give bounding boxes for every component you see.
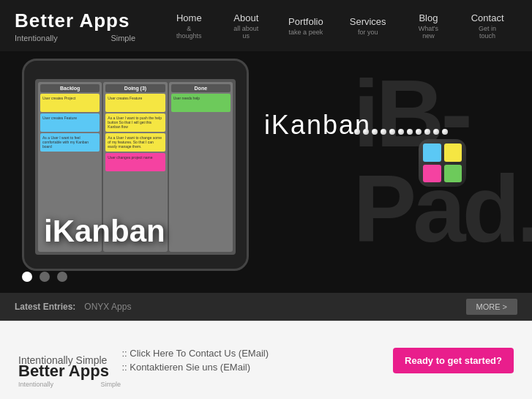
- pearl-dot: [442, 129, 448, 135]
- nav-sub: Get in touch: [471, 25, 504, 40]
- ikanban-label: iKanban: [264, 110, 371, 141]
- nav-item-services[interactable]: Servicesfor you: [337, 16, 400, 36]
- logo-tagline: Intentionally Simple: [15, 34, 135, 42]
- kanban-column: DoneUser needs help: [169, 82, 233, 252]
- ikanban-overlay-text: iKanban: [44, 214, 165, 249]
- kanban-card: User creates Feature: [105, 94, 165, 112]
- carousel-dot-3[interactable]: [57, 272, 67, 282]
- nav-sub: What's new: [413, 25, 445, 40]
- footer-links: :: Click Here To Contact Us (EMail) :: K…: [121, 348, 378, 373]
- pearl-dot: [424, 129, 430, 135]
- nav-item-about[interactable]: Aboutall about us: [217, 12, 275, 40]
- nav-label: Blog: [413, 12, 445, 23]
- footer-wrapper: Intentionally Simple :: Click Here To Co…: [0, 321, 532, 399]
- logo[interactable]: Better Apps: [15, 10, 161, 32]
- nav-label: Services: [350, 16, 386, 27]
- pearl-dot: [433, 129, 439, 135]
- latest-label: Latest Entries:: [15, 302, 75, 312]
- carousel-dot-1[interactable]: [22, 272, 32, 282]
- nav-sub: & thoughts: [174, 25, 204, 40]
- kanban-card: User creates Feature: [40, 113, 100, 132]
- email-link-de[interactable]: :: Kontaktieren Sie uns (EMail): [121, 362, 378, 373]
- bottom-tagline-right: Simple: [100, 381, 121, 388]
- latest-entry-text: ONYX Apps: [84, 302, 457, 312]
- bottom-logo[interactable]: Better Apps: [18, 362, 121, 381]
- more-button[interactable]: MORE >: [466, 299, 517, 315]
- kanban-col-header: Backlog: [40, 84, 100, 92]
- nav-sub: take a peek: [288, 29, 323, 36]
- pearl-dot: [407, 129, 413, 135]
- nav-label: About: [231, 12, 262, 23]
- app-icon: [419, 139, 466, 187]
- hero-section: iB-Pad. BacklogUser creates ProjectUser …: [0, 51, 532, 293]
- email-link-en[interactable]: :: Click Here To Contact Us (EMail): [121, 348, 378, 359]
- kanban-card: As a User I want to push the help button…: [105, 113, 165, 132]
- kanban-card: As a User I want to change some of my fe…: [105, 133, 165, 152]
- icon-square-blue: [423, 143, 441, 162]
- nav-label: Home: [174, 12, 204, 23]
- pearl-dot: [363, 129, 369, 135]
- nav-sub: all about us: [231, 25, 262, 40]
- kanban-col-header: Doing (3): [105, 84, 165, 92]
- nav-label: Portfolio: [288, 16, 323, 27]
- carousel-dots[interactable]: [22, 272, 67, 282]
- kanban-card: User needs help: [171, 94, 231, 112]
- bottom-logo-tagline: Intentionally Simple: [18, 381, 121, 388]
- nav-item-home[interactable]: Home& thoughts: [161, 12, 217, 40]
- nav-item-portfolio[interactable]: Portfoliotake a peek: [275, 16, 337, 36]
- pearl-dot: [354, 129, 360, 135]
- main-nav: Home& thoughtsAboutall about usPortfolio…: [161, 12, 517, 40]
- logo-tagline-left: Intentionally: [15, 34, 58, 42]
- pearl-dot: [389, 129, 395, 135]
- kanban-col-header: Done: [171, 84, 231, 92]
- header: Better Apps Intentionally Simple Home& t…: [0, 0, 532, 51]
- pearl-dot: [398, 129, 404, 135]
- logo-tagline-right: Simple: [110, 34, 135, 42]
- nav-label: Contact: [471, 12, 504, 23]
- pearl-dot: [416, 129, 422, 135]
- icon-square-yellow: [444, 143, 462, 162]
- cta-button[interactable]: Ready to get started?: [393, 348, 514, 373]
- nav-item-blog[interactable]: BlogWhat's new: [400, 12, 458, 40]
- icon-square-green: [444, 165, 462, 183]
- latest-entries-bar: Latest Entries: ONYX Apps MORE >: [0, 293, 532, 321]
- bottom-logo-area: Better Apps Intentionally Simple: [18, 362, 121, 388]
- logo-area: Better Apps Intentionally Simple: [15, 10, 161, 42]
- pearl-dot: [381, 129, 386, 135]
- nav-item-contact[interactable]: ContactGet in touch: [457, 12, 517, 40]
- kanban-card: As a User I want to feel comfortable wit…: [40, 133, 100, 152]
- icon-square-pink: [423, 165, 441, 183]
- nav-sub: for you: [350, 29, 386, 36]
- bottom-tagline-left: Intentionally: [18, 381, 53, 388]
- kanban-card: User changes project name: [105, 153, 165, 171]
- pearl-dot: [372, 129, 378, 135]
- kanban-card: User creates Project: [40, 94, 100, 112]
- carousel-dot-2[interactable]: [40, 272, 50, 282]
- pearl-dots-decoration: [354, 129, 448, 135]
